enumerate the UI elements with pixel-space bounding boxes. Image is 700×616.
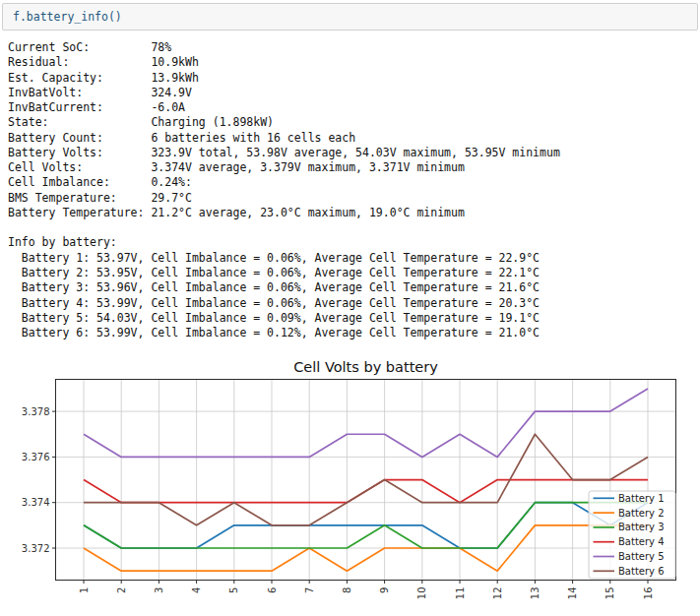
x-tick-label: 4: [191, 587, 202, 593]
y-tick-label: 3.372: [22, 543, 50, 554]
output-line: Battery Volts: 323.9V total, 53.98V aver…: [8, 146, 700, 160]
output-line: Battery 6: 53.99V, Cell Imbalance = 0.12…: [8, 326, 700, 340]
legend-label: Battery 3: [618, 523, 665, 533]
chart-title: Cell Volts by battery: [293, 359, 438, 375]
x-tick-label: 12: [492, 587, 503, 600]
output-line: Residual: 10.9kWh: [8, 55, 700, 70]
output-line: Battery 3: 53.96V, Cell Imbalance = 0.06…: [8, 280, 700, 295]
output-line: Cell Imbalance: 0.24%:: [8, 175, 700, 190]
series-line-battery-5: [84, 389, 648, 457]
y-tick-label: 3.378: [22, 406, 50, 417]
output-line: Battery Temperature: 21.2°C average, 23.…: [8, 206, 700, 220]
x-tick-label: 9: [379, 587, 390, 593]
y-tick-label: 3.374: [22, 498, 50, 509]
output-line: Battery 5: 54.03V, Cell Imbalance = 0.09…: [8, 311, 700, 326]
x-tick-label: 14: [567, 587, 578, 600]
output-line: Current SoC: 78%: [8, 40, 700, 55]
output-line: InvBatVolt: 324.9V: [8, 86, 700, 100]
output-line: Battery 4: 53.99V, Cell Imbalance = 0.06…: [8, 296, 700, 311]
x-tick-label: 10: [416, 587, 427, 600]
x-tick-label: 7: [304, 587, 315, 593]
x-tick-label: 5: [228, 587, 239, 593]
cell-volts-chart: 123456789101112131415163.3723.3743.3763.…: [0, 346, 700, 612]
legend-label: Battery 1: [618, 493, 665, 504]
code-cell[interactable]: f.battery_info(): [2, 3, 698, 31]
output-line: BMS Temperature: 29.7°C: [8, 191, 700, 206]
legend-label: Battery 2: [618, 508, 665, 519]
output-line: Battery 2: 53.95V, Cell Imbalance = 0.06…: [8, 266, 700, 280]
x-tick-label: 13: [530, 587, 541, 600]
code-text: f.battery_info(): [13, 10, 122, 24]
output-line: [8, 220, 700, 235]
x-tick-label: 3: [154, 587, 164, 593]
battery-info-output: Current SoC: 78%Residual: 10.9kWhEst. Ca…: [8, 40, 700, 340]
output-line: InvBatCurrent: -6.0A: [8, 100, 700, 115]
x-tick-label: 1: [79, 587, 90, 593]
x-tick-label: 11: [455, 587, 466, 600]
x-tick-label: 15: [605, 587, 615, 600]
output-line: Battery 1: 53.97V, Cell Imbalance = 0.06…: [8, 251, 700, 266]
output-line: State: Charging (1.898kW): [8, 115, 700, 130]
output-line: Cell Volts: 3.374V average, 3.379V maxim…: [8, 160, 700, 175]
x-tick-label: 16: [643, 587, 654, 600]
y-tick-label: 3.376: [22, 452, 50, 462]
legend-label: Battery 5: [618, 551, 665, 562]
output-line: Est. Capacity: 13.9kWh: [8, 71, 700, 86]
legend-label: Battery 4: [618, 537, 665, 548]
chart-figure: 123456789101112131415163.3723.3743.3763.…: [0, 346, 700, 616]
x-tick-label: 8: [342, 587, 352, 593]
x-tick-label: 2: [116, 587, 127, 593]
x-tick-label: 6: [267, 587, 278, 593]
legend: Battery 1Battery 2Battery 3Battery 4Batt…: [589, 491, 675, 579]
output-line: Info by battery:: [8, 235, 700, 250]
legend-label: Battery 6: [618, 566, 665, 577]
output-line: Battery Count: 6 batteries with 16 cells…: [8, 131, 700, 146]
